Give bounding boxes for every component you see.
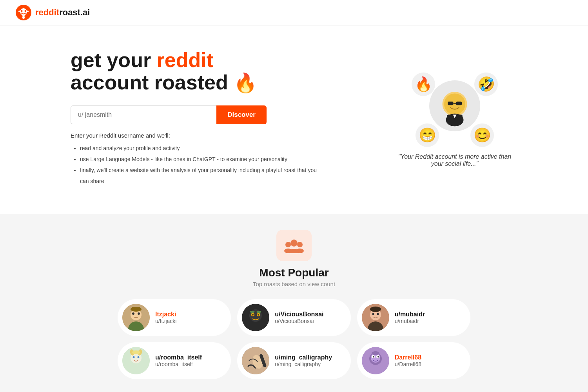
- search-row: Discover: [71, 105, 267, 124]
- svg-point-35: [252, 314, 254, 316]
- user-card[interactable]: u/ming_calligraphy u/ming_calligraphy: [237, 342, 350, 379]
- user-info: u/ming_calligraphy u/ming_calligraphy: [275, 354, 332, 367]
- user-card[interactable]: u/mubaidr u/mubaidr: [357, 299, 470, 336]
- emoji-cluster: 🔥 🤣: [408, 69, 502, 147]
- svg-point-16: [285, 242, 291, 247]
- emoji-grin: 😁: [416, 123, 439, 147]
- logo-text: redditroast.ai: [35, 7, 90, 18]
- user-card[interactable]: Darrell68 u/Darrell68: [357, 342, 470, 379]
- user-info: u/ViciousBonsai u/ViciousBonsai: [275, 311, 323, 324]
- logo-icon: [16, 5, 31, 20]
- avatar: [242, 304, 269, 331]
- user-handle: u/Darrell68: [395, 361, 422, 367]
- svg-rect-28: [132, 307, 140, 309]
- svg-point-58: [373, 356, 374, 358]
- svg-point-59: [377, 356, 379, 358]
- user-info: Darrell68 u/Darrell68: [395, 354, 422, 367]
- hero-left: get your reddit account roasted 🔥 Discov…: [71, 49, 325, 187]
- user-card[interactable]: Itzjacki u/Itzjacki: [118, 299, 231, 336]
- discover-button[interactable]: Discover: [216, 105, 267, 124]
- svg-point-9: [444, 93, 465, 114]
- user-info: u/mubaidr u/mubaidr: [395, 311, 425, 324]
- svg-point-42: [370, 307, 381, 312]
- svg-point-4: [18, 11, 21, 12]
- svg-point-49: [132, 350, 140, 354]
- display-name: u/roomba_itself: [155, 354, 202, 361]
- display-name: u/mubaidr: [395, 311, 425, 318]
- user-info: Itzjacki u/Itzjacki: [155, 311, 176, 324]
- emoji-smirk: 😊: [470, 123, 494, 147]
- display-name: u/ming_calligraphy: [275, 354, 332, 361]
- most-popular-section: Most Popular Top roasts based on view co…: [0, 214, 588, 392]
- avatar: [362, 347, 389, 374]
- svg-point-60: [372, 351, 379, 355]
- feature-item: use Large Language Models - like the one…: [80, 154, 325, 165]
- hero-description: Enter your Reddit username and we'll:: [71, 132, 325, 139]
- svg-point-3: [25, 10, 27, 12]
- svg-rect-10: [448, 102, 453, 105]
- display-name: Itzjacki: [155, 311, 176, 318]
- emoji-fire: 🔥: [412, 73, 435, 96]
- user-handle: u/ming_calligraphy: [275, 361, 332, 367]
- hero-section: get your reddit account roasted 🔥 Discov…: [0, 25, 588, 214]
- svg-point-41: [377, 313, 379, 315]
- svg-point-40: [372, 313, 374, 315]
- navbar: redditroast.ai: [0, 0, 588, 25]
- logo[interactable]: redditroast.ai: [16, 5, 90, 20]
- svg-point-2: [21, 10, 23, 12]
- svg-point-17: [290, 240, 298, 247]
- svg-point-7: [22, 16, 25, 19]
- user-handle: u/mubaidr: [395, 318, 425, 324]
- group-icon: [284, 238, 304, 253]
- hero-right: 🔥 🤣: [392, 69, 517, 167]
- svg-point-36: [258, 314, 259, 316]
- avatar: [362, 304, 389, 331]
- most-popular-icon-bg: [276, 230, 312, 261]
- feature-item: read and analyze your profile and activi…: [80, 143, 325, 154]
- svg-point-18: [297, 242, 303, 247]
- most-popular-grid: Itzjacki u/Itzjacki: [118, 299, 470, 379]
- avatar: [242, 347, 269, 374]
- user-card[interactable]: u/ViciousBonsai u/ViciousBonsai: [237, 299, 350, 336]
- testimonial-text: "Your Reddit account is more active than…: [392, 153, 517, 167]
- emoji-rofl: 🤣: [474, 73, 498, 96]
- svg-point-25: [132, 312, 134, 315]
- svg-point-21: [296, 249, 304, 253]
- user-handle: u/roomba_itself: [155, 361, 202, 367]
- feature-item: finally, we'll create a website with the…: [80, 165, 325, 187]
- hero-title: get your reddit account roasted 🔥: [71, 49, 325, 94]
- svg-point-45: [133, 356, 135, 358]
- most-popular-title: Most Popular: [259, 267, 328, 279]
- svg-rect-11: [456, 102, 462, 105]
- svg-point-26: [138, 312, 140, 315]
- display-name: u/ViciousBonsai: [275, 311, 323, 318]
- svg-point-5: [26, 11, 29, 12]
- most-popular-subtitle: Top roasts based on view count: [253, 281, 335, 287]
- user-handle: u/ViciousBonsai: [275, 318, 323, 324]
- user-card[interactable]: u/roomba_itself u/roomba_itself: [118, 342, 231, 379]
- avatar: [122, 304, 150, 331]
- user-handle: u/Itzjacki: [155, 318, 176, 324]
- hero-features-list: read and analyze your profile and activi…: [71, 143, 325, 187]
- svg-point-46: [138, 356, 140, 358]
- emoji-mascot: [429, 80, 480, 131]
- avatar: [122, 347, 150, 374]
- username-input[interactable]: [71, 105, 216, 124]
- user-info: u/roomba_itself u/roomba_itself: [155, 354, 202, 367]
- most-popular-header: Most Popular Top roasts based on view co…: [71, 230, 517, 287]
- display-name: Darrell68: [395, 354, 422, 361]
